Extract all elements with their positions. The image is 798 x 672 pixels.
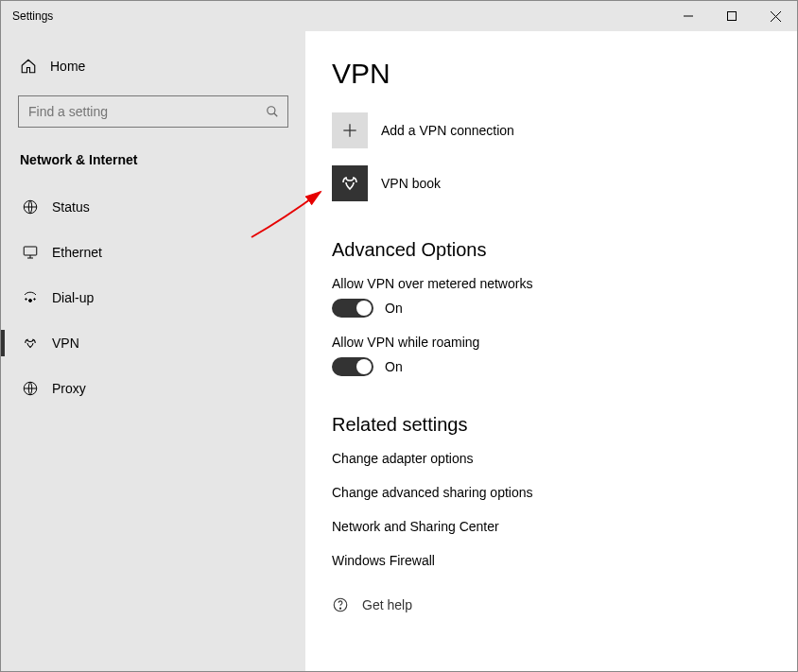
roaming-label: Allow VPN while roaming xyxy=(332,335,797,350)
ethernet-icon xyxy=(20,244,41,261)
svg-rect-1 xyxy=(728,12,737,21)
vpn-tile xyxy=(332,165,368,201)
help-icon xyxy=(332,596,353,613)
close-button[interactable] xyxy=(754,1,797,31)
svg-rect-7 xyxy=(24,247,37,255)
svg-point-4 xyxy=(268,107,275,114)
sidebar-item-proxy[interactable]: Proxy xyxy=(1,366,305,411)
sidebar: Home Network & Internet Status xyxy=(1,31,305,671)
sidebar-item-label: Ethernet xyxy=(52,245,102,260)
sidebar-item-label: Status xyxy=(52,199,90,215)
sidebar-section-header: Network & Internet xyxy=(1,146,305,184)
plus-tile xyxy=(332,112,368,148)
vpn-connection-icon xyxy=(338,172,361,195)
svg-line-5 xyxy=(274,113,278,117)
metered-state: On xyxy=(385,301,403,316)
svg-point-12 xyxy=(34,299,36,301)
main-content: VPN Add a VPN connection VPN book Advanc… xyxy=(305,31,797,671)
help-label: Get help xyxy=(362,597,412,612)
titlebar: Settings xyxy=(1,1,797,31)
roaming-toggle[interactable] xyxy=(332,357,373,376)
minimize-icon xyxy=(684,11,693,21)
svg-point-10 xyxy=(29,300,32,302)
search-icon xyxy=(266,105,279,118)
sidebar-item-ethernet[interactable]: Ethernet xyxy=(1,230,305,275)
plus-icon xyxy=(340,121,359,140)
vpn-connection-item[interactable]: VPN book xyxy=(332,165,797,201)
page-title: VPN xyxy=(332,58,797,90)
status-icon xyxy=(20,198,41,215)
advanced-options-heading: Advanced Options xyxy=(332,239,797,261)
search-input[interactable] xyxy=(18,95,288,128)
maximize-button[interactable] xyxy=(710,1,754,31)
vpn-connection-label: VPN book xyxy=(381,176,441,191)
window-body: Home Network & Internet Status xyxy=(1,31,797,671)
metered-label: Allow VPN over metered networks xyxy=(332,276,797,291)
link-sharing-options[interactable]: Change advanced sharing options xyxy=(332,485,797,500)
settings-window: Settings Home xyxy=(0,0,798,672)
close-icon xyxy=(771,11,781,22)
sidebar-item-vpn[interactable]: VPN xyxy=(1,320,305,366)
add-vpn-button[interactable]: Add a VPN connection xyxy=(332,112,797,148)
search-wrap xyxy=(18,95,288,128)
related-settings-heading: Related settings xyxy=(332,414,797,436)
sidebar-item-label: Dial-up xyxy=(52,290,94,305)
link-firewall[interactable]: Windows Firewall xyxy=(332,553,797,568)
minimize-button[interactable] xyxy=(667,1,710,31)
vpn-icon xyxy=(20,335,41,352)
dialup-icon xyxy=(20,289,41,306)
window-title: Settings xyxy=(1,9,53,23)
home-nav[interactable]: Home xyxy=(1,50,305,82)
home-icon xyxy=(20,58,41,75)
maximize-icon xyxy=(727,11,737,21)
metered-toggle[interactable] xyxy=(332,299,373,318)
svg-point-18 xyxy=(339,608,340,609)
add-vpn-label: Add a VPN connection xyxy=(381,123,514,138)
sidebar-item-status[interactable]: Status xyxy=(1,184,305,230)
get-help[interactable]: Get help xyxy=(332,596,797,613)
proxy-icon xyxy=(20,380,41,397)
svg-point-11 xyxy=(26,299,27,301)
sidebar-item-dialup[interactable]: Dial-up xyxy=(1,275,305,320)
sidebar-item-label: Proxy xyxy=(52,381,86,396)
home-label: Home xyxy=(50,59,85,74)
sidebar-item-label: VPN xyxy=(52,336,79,351)
roaming-state: On xyxy=(385,359,403,374)
link-adapter-options[interactable]: Change adapter options xyxy=(332,451,797,466)
link-network-center[interactable]: Network and Sharing Center xyxy=(332,519,797,534)
